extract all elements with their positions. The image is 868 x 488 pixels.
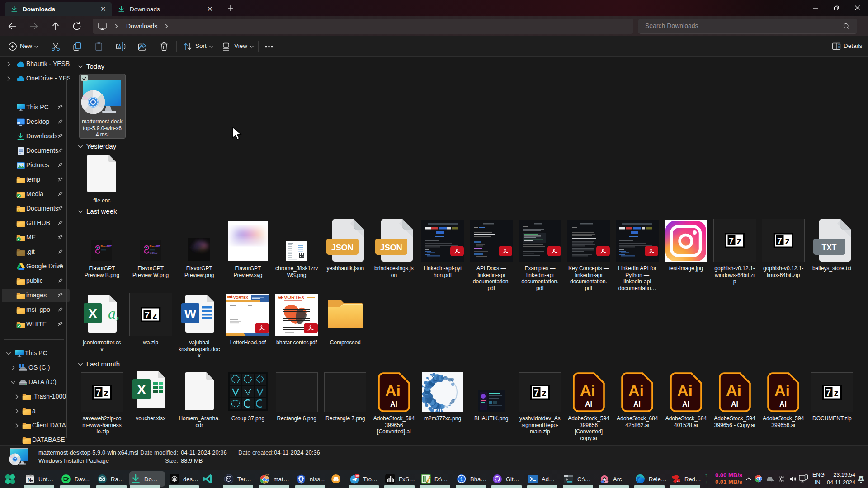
svg-text:Beta: Beta (264, 481, 267, 483)
svg-text:W.SMad: W.SMad (150, 252, 158, 254)
svg-text:a,: a, (108, 305, 120, 322)
svg-text:z: z (863, 475, 864, 478)
svg-text:71: 71 (677, 479, 679, 482)
svg-text:z: z (860, 477, 862, 480)
svg-text:W: W (184, 307, 197, 321)
svg-text:X: X (137, 382, 146, 397)
svg-text:VORTEX: VORTEX (233, 296, 249, 300)
svg-text:GPT: GPT (156, 245, 161, 248)
svg-text:bot: bot (300, 482, 302, 483)
svg-text:59: 59 (356, 474, 359, 477)
svg-text:X: X (88, 306, 97, 321)
svg-text:VORTEX: VORTEX (284, 295, 305, 300)
svg-text:GPT: GPT (107, 245, 112, 248)
svg-text:N: N (28, 477, 31, 483)
svg-text:1: 1 (460, 476, 463, 483)
